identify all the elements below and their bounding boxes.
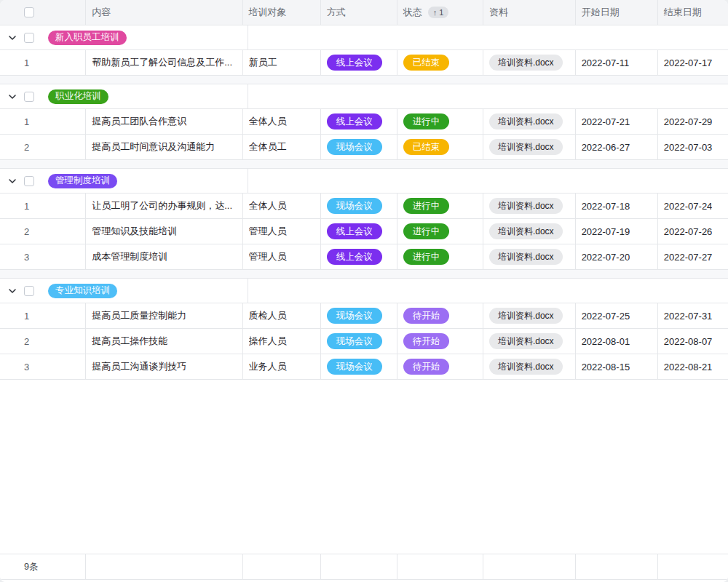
summary-cell[interactable] (576, 554, 658, 579)
content-cell[interactable]: 提高员工团队合作意识 (86, 109, 242, 135)
target-cell[interactable]: 全体人员 (243, 194, 321, 219)
end-date-cell[interactable]: 2022-07-03 (658, 135, 728, 160)
target-cell[interactable]: 新员工 (243, 50, 321, 76)
content-cell[interactable]: 提高员工沟通谈判技巧 (86, 354, 242, 380)
table-row[interactable]: 2 管理知识及技能培训 管理人员 线上会议 进行中 培训资料.docx 2022… (0, 219, 728, 244)
start-date-cell[interactable]: 2022-07-21 (576, 109, 658, 135)
status-cell[interactable]: 进行中 (397, 194, 483, 219)
status-cell[interactable]: 进行中 (397, 219, 483, 244)
summary-cell[interactable] (86, 554, 242, 579)
attachment-chip[interactable]: 培训资料.docx (489, 198, 563, 214)
start-date-cell[interactable]: 2022-08-15 (576, 354, 658, 380)
table-row[interactable]: 2 提高员工操作技能 操作人员 现场会议 待开始 培训资料.docx 2022-… (0, 329, 728, 354)
column-header-material[interactable]: 资料 (483, 0, 576, 25)
start-date-cell[interactable]: 2022-07-19 (576, 219, 658, 244)
method-cell[interactable]: 现场会议 (321, 354, 397, 380)
table-row[interactable]: 1 提高员工质量控制能力 质检人员 现场会议 待开始 培训资料.docx 202… (0, 303, 728, 329)
target-cell[interactable]: 质检人员 (243, 303, 321, 329)
method-cell[interactable]: 线上会议 (321, 50, 397, 76)
column-header-end-date[interactable]: 结束日期 (658, 0, 728, 25)
method-cell[interactable]: 现场会议 (321, 303, 397, 329)
end-date-cell[interactable]: 2022-07-26 (658, 219, 728, 244)
start-date-cell[interactable]: 2022-07-20 (576, 244, 658, 270)
end-date-cell[interactable]: 2022-07-24 (658, 194, 728, 219)
summary-cell[interactable] (483, 554, 576, 579)
attachment-chip[interactable]: 培训资料.docx (489, 359, 563, 375)
table-row[interactable]: 2 提高员工时间意识及沟通能力 全体员工 现场会议 已结束 培训资料.docx … (0, 135, 728, 160)
column-header-content[interactable]: 内容 (86, 0, 242, 25)
group-header-row[interactable]: 新入职员工培训 (0, 25, 728, 50)
attachment-chip[interactable]: 培训资料.docx (489, 55, 563, 71)
select-all-checkbox[interactable] (24, 7, 34, 17)
start-date-cell[interactable]: 2022-06-27 (576, 135, 658, 160)
material-cell[interactable]: 培训资料.docx (483, 303, 576, 329)
target-cell[interactable]: 全体员工 (243, 135, 321, 160)
material-cell[interactable]: 培训资料.docx (483, 244, 576, 270)
end-date-cell[interactable]: 2022-07-27 (658, 244, 728, 270)
status-cell[interactable]: 已结束 (397, 135, 483, 160)
method-cell[interactable]: 现场会议 (321, 135, 397, 160)
start-date-cell[interactable]: 2022-07-25 (576, 303, 658, 329)
content-cell[interactable]: 成本管理制度培训 (86, 244, 242, 270)
group-header-row[interactable]: 专业知识培训 (0, 279, 728, 303)
summary-cell[interactable] (397, 554, 483, 579)
method-cell[interactable]: 线上会议 (321, 109, 397, 135)
content-cell[interactable]: 让员工明了公司的办事规则，达... (86, 194, 242, 219)
end-date-cell[interactable]: 2022-08-21 (658, 354, 728, 380)
status-cell[interactable]: 待开始 (397, 329, 483, 354)
table-row[interactable]: 3 提高员工沟通谈判技巧 业务人员 现场会议 待开始 培训资料.docx 202… (0, 354, 728, 380)
start-date-cell[interactable]: 2022-07-11 (576, 50, 658, 76)
end-date-cell[interactable]: 2022-07-31 (658, 303, 728, 329)
target-cell[interactable]: 操作人员 (243, 329, 321, 354)
target-cell[interactable]: 管理人员 (243, 219, 321, 244)
method-cell[interactable]: 现场会议 (321, 329, 397, 354)
group-checkbox[interactable] (24, 176, 34, 186)
material-cell[interactable]: 培训资料.docx (483, 135, 576, 160)
chevron-down-icon[interactable] (7, 92, 17, 102)
status-cell[interactable]: 进行中 (397, 109, 483, 135)
material-cell[interactable]: 培训资料.docx (483, 354, 576, 380)
column-header-status[interactable]: 状态 ↑ 1 (397, 0, 483, 25)
attachment-chip[interactable]: 培训资料.docx (489, 333, 563, 349)
target-cell[interactable]: 管理人员 (243, 244, 321, 270)
end-date-cell[interactable]: 2022-07-29 (658, 109, 728, 135)
group-checkbox[interactable] (24, 286, 34, 296)
material-cell[interactable]: 培训资料.docx (483, 194, 576, 219)
attachment-chip[interactable]: 培训资料.docx (489, 113, 563, 129)
end-date-cell[interactable]: 2022-07-17 (658, 50, 728, 76)
group-checkbox[interactable] (24, 92, 34, 102)
sort-indicator-badge[interactable]: ↑ 1 (428, 7, 449, 18)
status-cell[interactable]: 已结束 (397, 50, 483, 76)
chevron-down-icon[interactable] (7, 176, 17, 186)
content-cell[interactable]: 提高员工操作技能 (86, 329, 242, 354)
attachment-chip[interactable]: 培训资料.docx (489, 223, 563, 239)
content-cell[interactable]: 提高员工时间意识及沟通能力 (86, 135, 242, 160)
method-cell[interactable]: 线上会议 (321, 244, 397, 270)
content-cell[interactable]: 提高员工质量控制能力 (86, 303, 242, 329)
material-cell[interactable]: 培训资料.docx (483, 329, 576, 354)
start-date-cell[interactable]: 2022-07-18 (576, 194, 658, 219)
group-header-row[interactable]: 职业化培训 (0, 84, 728, 109)
target-cell[interactable]: 全体人员 (243, 109, 321, 135)
material-cell[interactable]: 培训资料.docx (483, 50, 576, 76)
content-cell[interactable]: 管理知识及技能培训 (86, 219, 242, 244)
table-row[interactable]: 1 帮助新员工了解公司信息及工作... 新员工 线上会议 已结束 培训资料.do… (0, 50, 728, 76)
column-header-start-date[interactable]: 开始日期 (576, 0, 658, 25)
end-date-cell[interactable]: 2022-08-07 (658, 329, 728, 354)
column-header-target[interactable]: 培训对象 (243, 0, 321, 25)
method-cell[interactable]: 现场会议 (321, 194, 397, 219)
chevron-down-icon[interactable] (7, 286, 17, 296)
summary-cell[interactable] (243, 554, 321, 579)
column-header-method[interactable]: 方式 (321, 0, 397, 25)
summary-cell[interactable] (658, 554, 728, 579)
status-cell[interactable]: 待开始 (397, 303, 483, 329)
content-cell[interactable]: 帮助新员工了解公司信息及工作... (86, 50, 242, 76)
target-cell[interactable]: 业务人员 (243, 354, 321, 380)
method-cell[interactable]: 线上会议 (321, 219, 397, 244)
table-row[interactable]: 3 成本管理制度培训 管理人员 线上会议 进行中 培训资料.docx 2022-… (0, 244, 728, 270)
summary-cell[interactable] (321, 554, 397, 579)
attachment-chip[interactable]: 培训资料.docx (489, 249, 563, 265)
attachment-chip[interactable]: 培训资料.docx (489, 139, 563, 155)
attachment-chip[interactable]: 培训资料.docx (489, 308, 563, 324)
group-header-row[interactable]: 管理制度培训 (0, 169, 728, 194)
